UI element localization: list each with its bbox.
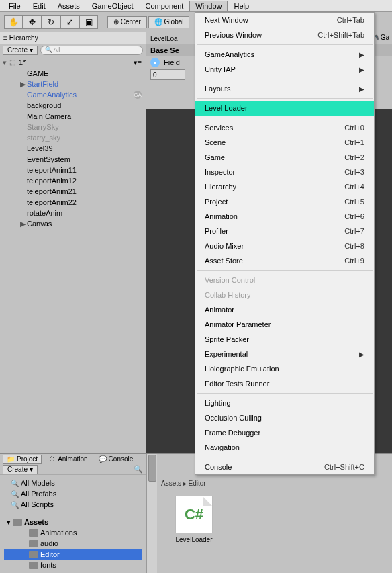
hierarchy-item[interactable]: teleportAnim12 [0, 175, 146, 186]
hierarchy-item[interactable]: teleportAnim21 [0, 186, 146, 197]
menu-item-gameanalytics[interactable]: GameAnalytics▶ [195, 47, 374, 62]
menu-item-animator-parameter[interactable]: Animator Parameter [195, 317, 374, 332]
menu-item-project[interactable]: ProjectCtrl+5 [195, 194, 374, 209]
toggle-arrow-icon[interactable]: ▾ [7, 518, 11, 527]
menu-item-animation[interactable]: AnimationCtrl+6 [195, 209, 374, 224]
tab-project[interactable]: 📁Project [3, 455, 42, 464]
levelloader-tab[interactable]: LevelLoa [150, 35, 178, 42]
menu-item-label: Lighting [205, 399, 231, 407]
hierarchy-item-label: rotateAnim [27, 209, 146, 217]
menu-item-audio-mixer[interactable]: Audio MixerCtrl+8 [195, 238, 374, 253]
menu-component[interactable]: Component [139, 1, 189, 11]
menu-separator [197, 98, 373, 99]
hierarchy-create-button[interactable]: Create ▾ [3, 46, 38, 55]
tab-animation[interactable]: ⏱Animation [46, 455, 91, 463]
game-tab-label: Ga [381, 34, 389, 41]
menu-help[interactable]: Help [228, 1, 255, 11]
assets-root[interactable]: ▾Assets [4, 517, 142, 527]
menu-item-profiler[interactable]: ProfilerCtrl+7 [195, 224, 374, 238]
asset-item-levelloader[interactable]: C# LevelLoader [170, 496, 217, 543]
project-breadcrumb[interactable]: Assets ▸ Editor [157, 477, 392, 489]
scene-options-icon[interactable]: ▾≡ [134, 58, 142, 67]
hierarchy-item[interactable]: StarrySky [0, 122, 146, 132]
favorite-item[interactable]: 🔍All Scripts [4, 499, 142, 510]
tab-icon: 💬 [99, 455, 107, 463]
folder-icon [29, 529, 38, 537]
toggle-arrow-icon[interactable]: ▶ [20, 220, 27, 228]
menu-item-scene[interactable]: SceneCtrl+1 [195, 135, 374, 150]
hierarchy-item[interactable]: GAME [0, 68, 146, 79]
hierarchy-item[interactable]: ▶Canvas [0, 218, 146, 229]
menu-edit[interactable]: Edit [27, 1, 52, 11]
scrollbar-thumb[interactable] [148, 455, 156, 482]
scale-tool[interactable]: ⤢ [60, 15, 79, 29]
menu-item-collab-history: Collab History [195, 288, 374, 302]
favorite-label: All Scripts [21, 500, 54, 509]
menu-item-experimental[interactable]: Experimental▶ [195, 347, 374, 361]
menu-window[interactable]: Window [189, 1, 228, 11]
folder-item-animations[interactable]: Animations [4, 527, 142, 538]
folder-item-editor[interactable]: Editor [4, 549, 142, 560]
menu-assets[interactable]: Assets [52, 1, 86, 11]
menu-item-next-window[interactable]: Next WindowCtrl+Tab [195, 13, 374, 28]
hierarchy-item[interactable]: starry_sky [0, 132, 146, 143]
menu-item-level-loader[interactable]: Level Loader [195, 101, 374, 116]
hierarchy-item[interactable]: teleportAnim22 [0, 197, 146, 208]
hierarchy-item-label: GAME [27, 69, 146, 77]
submenu-arrow-icon: ▶ [359, 51, 364, 58]
toggle-arrow-icon[interactable]: ▶ [20, 80, 27, 89]
menu-item-console[interactable]: ConsoleCtrl+Shift+C [195, 459, 374, 474]
favorite-item[interactable]: 🔍All Models [4, 478, 142, 488]
menu-item-inspector[interactable]: InspectorCtrl+3 [195, 165, 374, 179]
favorite-item[interactable]: 🔍All Prefabs [4, 488, 142, 499]
hierarchy-item-label: teleportAnim22 [27, 198, 146, 206]
scene-root-row[interactable]: ▾ ⬚ 1* ▾≡ [0, 57, 146, 68]
menu-item-game[interactable]: GameCtrl+2 [195, 150, 374, 165]
toggle-arrow-icon[interactable]: ▾ [3, 58, 9, 67]
hierarchy-item-label: StarrySky [27, 123, 146, 131]
menu-item-frame-debugger[interactable]: Frame Debugger [195, 425, 374, 440]
menu-gameobject[interactable]: GameObject [86, 1, 140, 11]
menu-item-hierarchy[interactable]: HierarchyCtrl+4 [195, 179, 374, 194]
hierarchy-item[interactable]: GameAnalyticsGA [0, 89, 146, 100]
menu-file[interactable]: File [3, 1, 27, 11]
menu-item-layouts[interactable]: Layouts▶ [195, 81, 374, 96]
menu-item-version-control: Version Control [195, 273, 374, 288]
hierarchy-item-label: StartField [27, 80, 146, 88]
menu-item-navigation[interactable]: Navigation [195, 440, 374, 455]
field-value-input[interactable] [150, 69, 185, 80]
search-icon[interactable]: 🔍 [134, 465, 143, 474]
local-global-button[interactable]: 🌐 Global [148, 16, 190, 28]
folder-item-audio[interactable]: audio [4, 538, 142, 549]
menu-item-unity-iap[interactable]: Unity IAP▶ [195, 62, 374, 77]
pivot-center-button[interactable]: ⊕ Center [107, 16, 147, 28]
menu-item-lighting[interactable]: Lighting [195, 396, 374, 410]
project-create-button[interactable]: Create ▾ [3, 465, 38, 474]
hierarchy-item[interactable]: backgroud [0, 100, 146, 111]
hierarchy-search-input[interactable]: 🔍 All [40, 46, 143, 55]
rect-tool[interactable]: ▣ [79, 15, 98, 29]
menu-item-label: Animator [205, 306, 234, 314]
hierarchy-item[interactable]: Level39 [0, 143, 146, 154]
menu-item-services[interactable]: ServicesCtrl+0 [195, 120, 374, 135]
tab-console[interactable]: 💬Console [95, 455, 137, 463]
hierarchy-item[interactable]: EventSystem [0, 154, 146, 165]
menu-item-occlusion-culling[interactable]: Occlusion Culling [195, 410, 374, 425]
menu-item-sprite-packer[interactable]: Sprite Packer [195, 332, 374, 347]
menu-item-previous-window[interactable]: Previous WindowCtrl+Shift+Tab [195, 28, 374, 42]
hierarchy-item[interactable]: Main Camera [0, 111, 146, 122]
rotate-tool[interactable]: ↻ [42, 15, 60, 29]
hierarchy-item[interactable]: ▶StartField [0, 79, 146, 89]
menu-item-holographic-emulation[interactable]: Holographic Emulation [195, 361, 374, 376]
hierarchy-tab[interactable]: ≡ Hierarchy [0, 32, 146, 44]
menu-item-asset-store[interactable]: Asset StoreCtrl+9 [195, 253, 374, 268]
hand-tool[interactable]: ✋ [4, 15, 23, 29]
scrollbar[interactable] [146, 454, 157, 573]
move-tool[interactable]: ✥ [23, 15, 42, 29]
menu-item-animator[interactable]: Animator [195, 302, 374, 317]
hierarchy-item[interactable]: rotateAnim [0, 208, 146, 218]
panel-menu-icon[interactable]: ≡ [3, 34, 7, 42]
folder-item-fonts[interactable]: fonts [4, 560, 142, 570]
menu-item-editor-tests-runner[interactable]: Editor Tests Runner [195, 376, 374, 391]
hierarchy-item[interactable]: teleportAnim11 [0, 165, 146, 175]
